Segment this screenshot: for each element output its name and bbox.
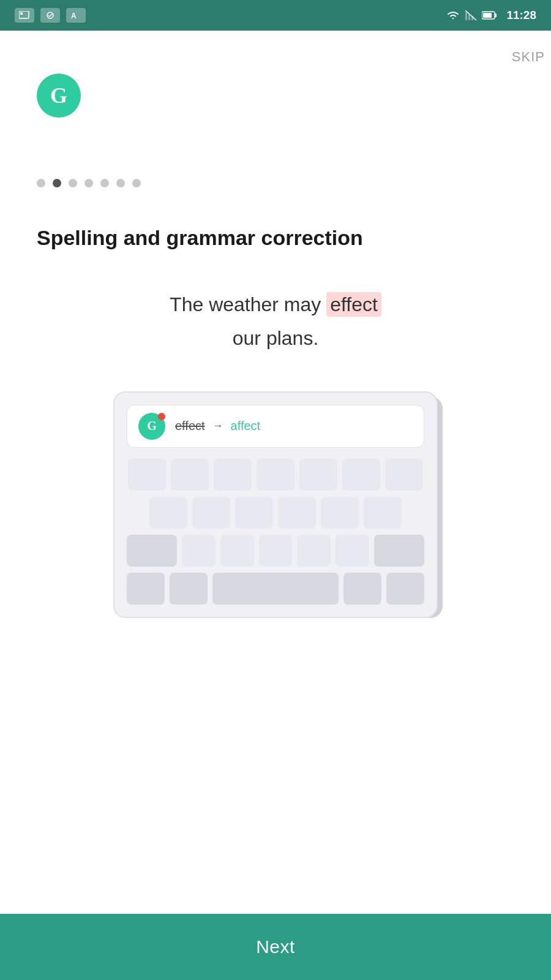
- key: [364, 497, 402, 529]
- key: [342, 459, 380, 491]
- keyboard-wrapper: G effect → affect: [113, 391, 438, 618]
- battery-icon: [482, 11, 497, 20]
- svg-rect-9: [495, 13, 497, 17]
- key-row-3: [127, 535, 424, 567]
- dot-7: [132, 179, 141, 187]
- app-icon-3: A: [66, 8, 86, 23]
- key-shift: [127, 535, 177, 567]
- key: [257, 459, 294, 491]
- key-space: [212, 573, 339, 605]
- example-line1: The weather may effect: [31, 288, 520, 321]
- svg-rect-10: [483, 13, 492, 18]
- key: [235, 497, 273, 529]
- suggestion-logo-letter: G: [147, 419, 157, 433]
- status-time: 11:28: [506, 9, 536, 22]
- wifi-icon: [446, 10, 460, 21]
- app-icon-2: [40, 8, 60, 23]
- keyboard-keys: [127, 459, 424, 605]
- key-period: [343, 573, 381, 605]
- app-icon-1: [15, 8, 34, 23]
- key-emoji: [170, 573, 208, 605]
- logo-letter: G: [50, 83, 67, 108]
- svg-text:A: A: [71, 12, 77, 20]
- grammarly-logo: G: [37, 74, 81, 118]
- key: [385, 459, 423, 491]
- key: [259, 535, 293, 567]
- dot-6: [116, 179, 125, 187]
- keyboard-card: G effect → affect: [113, 391, 438, 618]
- key: [278, 497, 316, 529]
- dot-4: [84, 179, 93, 187]
- key: [182, 535, 216, 567]
- dot-1: [37, 179, 45, 187]
- logo-container: G: [37, 74, 520, 118]
- key: [128, 459, 166, 491]
- svg-rect-4: [465, 12, 467, 20]
- page-indicator: [37, 179, 520, 187]
- key: [297, 535, 331, 567]
- key: [214, 459, 252, 491]
- suggestion-arrow: →: [212, 420, 223, 432]
- suggestion-text: effect → affect: [175, 419, 260, 433]
- key: [220, 535, 254, 567]
- suggestion-correct-word: affect: [231, 419, 261, 433]
- signal-icon: [465, 10, 477, 21]
- key: [171, 459, 209, 491]
- svg-rect-1: [20, 12, 23, 15]
- main-content: SKIP G Spelling and grammar correction T…: [0, 31, 551, 980]
- status-bar: A 11:28: [0, 0, 551, 31]
- key-num: [127, 573, 165, 605]
- example-prefix: The weather may: [170, 293, 326, 315]
- suggestion-notification-dot: [158, 413, 165, 420]
- suggestion-logo: G: [138, 413, 165, 440]
- skip-button[interactable]: SKIP: [512, 49, 545, 65]
- suggestion-bar: G effect → affect: [127, 405, 424, 448]
- example-line2: our plans.: [31, 322, 520, 355]
- key-row-2: [127, 497, 424, 529]
- next-button[interactable]: Next: [0, 914, 551, 980]
- dot-5: [100, 179, 109, 187]
- highlighted-word: effect: [326, 292, 381, 317]
- dot-2: [53, 179, 61, 187]
- key-enter: [386, 573, 424, 605]
- suggestion-wrong-word: effect: [175, 419, 205, 433]
- key-row-4: [127, 573, 424, 605]
- keyboard-illustration: G effect → affect: [31, 391, 520, 618]
- example-text: The weather may effect our plans.: [31, 288, 520, 355]
- key-backspace: [374, 535, 424, 567]
- key: [192, 497, 230, 529]
- key: [149, 497, 187, 529]
- page-heading: Spelling and grammar correction: [37, 224, 520, 251]
- key: [335, 535, 369, 567]
- key: [321, 497, 359, 529]
- dot-3: [69, 179, 77, 187]
- key: [299, 459, 337, 491]
- key-row-1: [127, 459, 424, 491]
